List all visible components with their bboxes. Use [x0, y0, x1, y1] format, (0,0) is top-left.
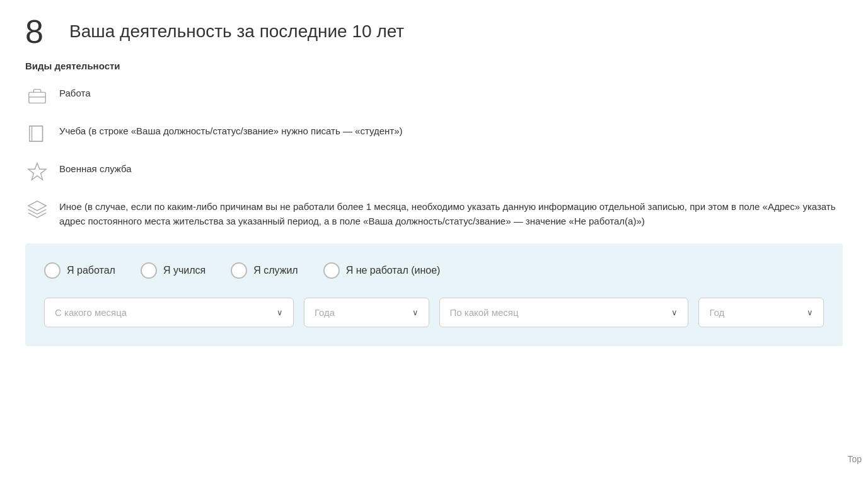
to-month-arrow: ∨: [671, 308, 678, 317]
from-month-placeholder: С какого месяца: [55, 307, 270, 318]
section-title: Ваша деятельность за последние 10 лет: [69, 21, 404, 42]
activity-types-label: Виды деятельности: [25, 61, 843, 71]
activity-item-study: Учеба (в строке «Ваша должность/статус/з…: [25, 120, 843, 146]
radio-circle-served[interactable]: [231, 262, 247, 279]
section-header: 8 Ваша деятельность за последние 10 лет: [25, 15, 843, 48]
radio-option-studied[interactable]: Я учился: [141, 262, 205, 279]
dropdowns-row: С какого месяца ∨ Года ∨ По какой месяц …: [44, 298, 824, 327]
svg-marker-6: [28, 201, 46, 211]
activity-item-other: Иное (в случае, если по каким-либо причи…: [25, 196, 843, 228]
radio-circle-studied[interactable]: [141, 262, 157, 279]
radio-label-served: Я служил: [253, 265, 298, 276]
page-container: 8 Ваша деятельность за последние 10 лет …: [0, 0, 868, 371]
from-month-arrow: ∨: [277, 308, 283, 317]
to-year-placeholder: Год: [709, 307, 801, 318]
radio-circle-worked[interactable]: [44, 262, 61, 279]
activity-list: Работа Учеба (в строке «Ваша должность/с…: [25, 83, 843, 228]
radio-label-not-worked: Я не работал (иное): [346, 265, 441, 276]
from-year-placeholder: Года: [315, 307, 406, 318]
radio-option-worked[interactable]: Я работал: [44, 262, 115, 279]
radio-label-worked: Я работал: [67, 265, 115, 276]
form-section: Я работал Я учился Я служил Я не работал…: [25, 243, 843, 346]
radio-row: Я работал Я учился Я служил Я не работал…: [44, 262, 824, 279]
radio-label-studied: Я учился: [163, 265, 205, 276]
book-icon: [25, 122, 49, 146]
section-number: 8: [25, 15, 57, 48]
activity-work-text: Работа: [59, 83, 91, 101]
to-year-arrow: ∨: [807, 308, 813, 317]
svg-rect-0: [29, 92, 45, 103]
layers-icon: [25, 197, 49, 221]
star-icon: [25, 160, 49, 184]
briefcase-icon: [25, 84, 49, 108]
radio-option-served[interactable]: Я служил: [231, 262, 298, 279]
to-year-dropdown[interactable]: Год ∨: [698, 298, 824, 327]
activity-item-military: Военная служба: [25, 158, 843, 184]
radio-option-not-worked[interactable]: Я не работал (иное): [323, 262, 441, 279]
top-label: Top: [847, 454, 862, 464]
svg-marker-5: [28, 163, 46, 180]
radio-circle-not-worked[interactable]: [323, 262, 340, 279]
from-year-arrow: ∨: [412, 308, 419, 317]
to-month-placeholder: По какой месяц: [450, 307, 666, 318]
activity-other-text: Иное (в случае, если по каким-либо причи…: [59, 196, 843, 228]
from-year-dropdown[interactable]: Года ∨: [304, 298, 429, 327]
activity-military-text: Военная служба: [59, 158, 132, 177]
to-month-dropdown[interactable]: По какой месяц ∨: [439, 298, 689, 327]
from-month-dropdown[interactable]: С какого месяца ∨: [44, 298, 294, 327]
activity-study-text: Учеба (в строке «Ваша должность/статус/з…: [59, 120, 403, 139]
activity-item-work: Работа: [25, 83, 843, 108]
